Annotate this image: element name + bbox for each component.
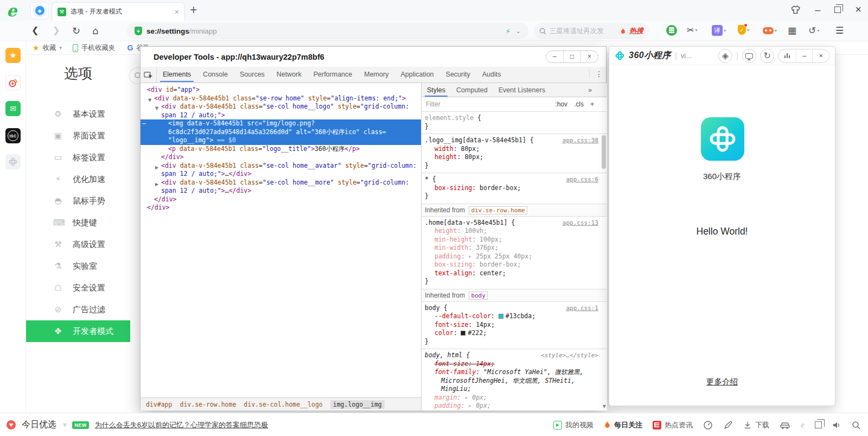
close-icon[interactable]: × — [855, 3, 861, 16]
devtools-minimize-icon[interactable]: – — [546, 51, 563, 62]
hot-flame-icon[interactable] — [620, 28, 626, 35]
css-property[interactable]: height: 80px; — [425, 153, 604, 162]
elements-tree-node[interactable]: span 12 / auto;">…</div> — [141, 170, 421, 179]
devtools-tab-network[interactable]: Network — [271, 67, 308, 82]
screenshot-scissors-icon[interactable]: ✂▾ — [687, 25, 697, 35]
styles-filter-input[interactable]: Filter — [426, 100, 441, 108]
elements-tree-node[interactable]: span 12 / auto;"> — [141, 111, 421, 120]
css-property[interactable]: min-width: 376px; — [425, 244, 604, 252]
color-swatch[interactable] — [499, 314, 503, 319]
stylesheet-link[interactable]: <style>…</style> — [541, 351, 598, 360]
favorites-label[interactable]: 收藏 — [43, 43, 56, 53]
sidebar-item-devmode[interactable]: ✥开发者模式 — [26, 320, 130, 342]
caret-down-icon[interactable]: ▾ — [724, 28, 726, 33]
css-property[interactable]: margin: ▸ 0px; — [425, 394, 604, 402]
sidebar-item-advanced[interactable]: ⚒高级设置 — [26, 233, 130, 255]
css-rule[interactable]: app.css:13.home[data-v-584e45b1] {height… — [422, 216, 607, 289]
miniapp-more-link[interactable]: 更多介绍 — [609, 377, 835, 387]
expand-shorthand-icon[interactable]: ▸ — [468, 402, 476, 409]
address-bar[interactable]: + se://settings/miniapp ⚡ ⌄ — [127, 23, 528, 39]
rule-selector[interactable]: .home[data-v-584e45b1] — [425, 219, 507, 226]
new-style-rule-button[interactable]: + — [590, 100, 594, 108]
download-button[interactable]: 下载 — [743, 420, 769, 430]
elements-tree-node[interactable]: ▼<div data-v-584e45b1 class="se-col home… — [141, 103, 421, 111]
undo-closed-tab-icon[interactable]: ↺▾ — [808, 25, 819, 36]
new-tab-button[interactable]: + — [190, 3, 197, 17]
devtools-tab-security[interactable]: Security — [440, 67, 476, 82]
stylesheet-link[interactable]: app.css:38 — [563, 136, 598, 145]
caret-down-icon[interactable]: ▾ — [695, 28, 697, 33]
caret-down-icon[interactable]: ▾ — [747, 28, 749, 33]
breadcrumb-item[interactable]: div.se-row.home — [180, 401, 236, 408]
inspect-element-icon[interactable] — [141, 67, 157, 83]
toggle-hover-state-button[interactable]: :hov — [555, 100, 567, 108]
caret-down-icon[interactable]: ▾ — [775, 28, 777, 33]
css-property[interactable]: font-size: 14px; — [425, 321, 604, 330]
rule-selector[interactable]: body, html — [425, 351, 462, 359]
css-property[interactable]: padding: ▸ 0px; — [425, 402, 604, 410]
devtools-tab-elements[interactable]: Elements — [157, 67, 197, 82]
elements-tree-node[interactable]: </div> — [141, 204, 421, 212]
browser-logo[interactable]: e — [7, 1, 17, 20]
split-window-icon[interactable] — [815, 421, 822, 428]
css-property[interactable]: color: #222; — [425, 329, 604, 338]
sidebar-item-basic[interactable]: ⚙基本设置 — [26, 103, 130, 125]
nav-compass-button[interactable]: ◆ — [30, 2, 49, 19]
favorites-caret-icon[interactable]: ▾ — [60, 45, 62, 50]
elements-tree-node[interactable]: ▼<div data-v-584e45b1 class="se-row home… — [141, 94, 421, 103]
devtools-titlebar[interactable]: Developer Tools - app://qh13waury22p7m8b… — [141, 47, 606, 67]
styles-scrollbar-thumb[interactable] — [602, 135, 606, 169]
speed-bolt-icon[interactable]: ⚡ — [506, 27, 510, 35]
devtools-tab-memory[interactable]: Memory — [358, 67, 394, 82]
refresh-icon[interactable]: ↻ — [72, 25, 80, 36]
rule-selector[interactable]: element.style — [425, 114, 474, 122]
phone-bookmarks-label[interactable]: 手机收藏夹 — [81, 43, 116, 53]
sidebar-tab-event-listeners[interactable]: Event Listeners — [493, 84, 551, 97]
toggle-class-button[interactable]: .cls — [574, 100, 584, 108]
minimize-icon[interactable]: – — [815, 7, 820, 12]
node-options-icon[interactable]: ⋯ — [142, 119, 146, 128]
elements-tree-node[interactable]: <p data-v-584e45b1 class="logo__title">3… — [141, 145, 421, 154]
elements-tree-node[interactable]: ▶<div data-v-584e45b1 class="se-col home… — [141, 179, 421, 187]
inherited-node-link[interactable]: div.se-row.home — [469, 206, 527, 214]
miniapp-app-icon[interactable] — [5, 154, 21, 169]
sidebar-item-tabs[interactable]: ▭标签设置 — [26, 147, 130, 168]
breadcrumb-item[interactable]: div.se-col.home__logo — [244, 401, 322, 408]
css-property[interactable]: font-family: "Microsoft YaHei", 微软雅黑, Mi… — [425, 368, 604, 394]
elements-tree-node[interactable]: </div> — [141, 195, 421, 204]
caret-down-icon[interactable]: ▾ — [817, 28, 819, 33]
stylesheet-link[interactable]: app.css:13 — [563, 219, 598, 228]
devtools-close-icon[interactable]: × — [580, 51, 598, 62]
elements-tree-node[interactable]: ▶<div data-v-584e45b1 class="se-col home… — [141, 162, 421, 170]
speaker-icon[interactable] — [832, 421, 841, 429]
daily-pick-label[interactable]: 今日优选 — [22, 419, 56, 431]
rule-selector[interactable]: .logo__img[data-v-584e45b1] — [425, 136, 526, 144]
sidebar-item-mouse[interactable]: ◓鼠标手势 — [26, 190, 130, 212]
expand-shorthand-icon[interactable]: ▸ — [464, 394, 472, 401]
expand-shorthand-icon[interactable]: ▸ — [468, 252, 476, 260]
elements-tree-node[interactable]: ⋯<img data-v-584e45b1 src="img/logo.png? — [141, 119, 421, 128]
elements-tree-node[interactable]: <div id="app"> — [141, 86, 421, 94]
css-rule[interactable]: element.style {} — [422, 112, 607, 134]
scroll-down-arrow-icon[interactable]: ▼ — [603, 404, 606, 409]
site-security-shield-icon[interactable]: + — [135, 27, 142, 35]
miniapp-titlebar[interactable]: 360小程序 | vi... ◈ | ↻ – × — [609, 47, 835, 65]
css-property[interactable]: padding: ▸ 25px 25px 40px; — [425, 252, 604, 261]
games-icon[interactable]: ▾ — [763, 27, 777, 34]
phone-bookmarks-icon[interactable] — [73, 44, 78, 52]
sidebar-tab-styles[interactable]: Styles — [422, 84, 451, 97]
headline-link[interactable]: 为什么会丢失6岁以前的记忆？心理学家的答案细思恐极 — [95, 420, 268, 430]
main-menu-icon[interactable]: ☰ — [835, 25, 844, 36]
devtools-tab-performance[interactable]: Performance — [308, 67, 359, 82]
browser-tab[interactable]: ⚒ 选项 - 开发者模式 × — [52, 2, 185, 21]
daily-pick-heart-icon[interactable]: ♥ — [7, 420, 16, 429]
inherited-node-link[interactable]: body — [469, 292, 488, 300]
devtools-more-menu-icon[interactable]: ⋮ — [589, 69, 603, 78]
color-swatch[interactable] — [461, 331, 465, 336]
sidebar-item-adblock[interactable]: ⊘广告过滤 — [26, 299, 130, 320]
css-rule[interactable]: app.css:6* {box-sizing: border-box;} — [422, 173, 607, 204]
devtools-tab-application[interactable]: Application — [394, 67, 439, 82]
sidebar-item-interface[interactable]: ▣界面设置 — [26, 125, 130, 147]
statusbar-search-icon[interactable] — [852, 421, 860, 429]
breadcrumb-item[interactable]: div#app — [146, 401, 172, 408]
